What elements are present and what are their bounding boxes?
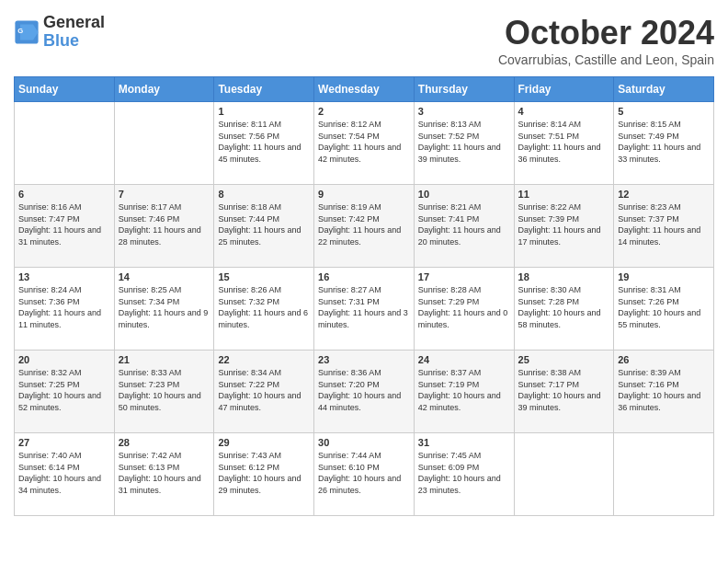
calendar-cell: 8Sunrise: 8:18 AM Sunset: 7:44 PM Daylig…: [214, 185, 314, 268]
calendar-cell: 10Sunrise: 8:21 AM Sunset: 7:41 PM Dayli…: [414, 185, 514, 268]
day-number: 12: [618, 189, 710, 200]
calendar-cell: 30Sunrise: 7:44 AM Sunset: 6:10 PM Dayli…: [314, 433, 415, 516]
day-info: Sunrise: 7:43 AM Sunset: 6:12 PM Dayligh…: [218, 450, 310, 496]
calendar-cell: 14Sunrise: 8:25 AM Sunset: 7:34 PM Dayli…: [114, 268, 214, 350]
calendar-cell: 23Sunrise: 8:36 AM Sunset: 7:20 PM Dayli…: [314, 350, 415, 433]
day-info: Sunrise: 8:17 AM Sunset: 7:46 PM Dayligh…: [119, 201, 210, 247]
calendar-cell: 25Sunrise: 8:38 AM Sunset: 7:17 PM Dayli…: [514, 350, 614, 433]
day-number: 15: [218, 271, 310, 282]
day-number: 27: [18, 437, 110, 448]
calendar-cell: 5Sunrise: 8:15 AM Sunset: 7:49 PM Daylig…: [614, 102, 714, 185]
day-number: 30: [318, 437, 410, 448]
logo-text-blue: Blue: [43, 32, 105, 51]
calendar-body: 1Sunrise: 8:11 AM Sunset: 7:56 PM Daylig…: [15, 102, 714, 516]
day-number: 5: [618, 106, 710, 117]
day-info: Sunrise: 8:14 AM Sunset: 7:51 PM Dayligh…: [518, 119, 610, 165]
weekday-header-sunday: Sunday: [15, 77, 115, 102]
calendar-cell: 11Sunrise: 8:22 AM Sunset: 7:39 PM Dayli…: [514, 185, 614, 268]
day-number: 25: [518, 354, 610, 365]
day-info: Sunrise: 8:21 AM Sunset: 7:41 PM Dayligh…: [418, 201, 510, 247]
day-number: 9: [318, 189, 410, 200]
day-number: 17: [418, 271, 510, 282]
day-number: 16: [318, 271, 410, 282]
calendar-cell: 2Sunrise: 8:12 AM Sunset: 7:54 PM Daylig…: [314, 102, 415, 185]
day-info: Sunrise: 8:25 AM Sunset: 7:34 PM Dayligh…: [119, 284, 210, 330]
calendar-header: SundayMondayTuesdayWednesdayThursdayFrid…: [15, 77, 714, 102]
calendar-table: SundayMondayTuesdayWednesdayThursdayFrid…: [14, 76, 714, 516]
calendar-week-3: 13Sunrise: 8:24 AM Sunset: 7:36 PM Dayli…: [15, 268, 714, 350]
weekday-header-row: SundayMondayTuesdayWednesdayThursdayFrid…: [15, 77, 714, 102]
day-info: Sunrise: 8:15 AM Sunset: 7:49 PM Dayligh…: [618, 119, 710, 165]
day-info: Sunrise: 8:19 AM Sunset: 7:42 PM Dayligh…: [318, 201, 410, 247]
calendar-cell: 22Sunrise: 8:34 AM Sunset: 7:22 PM Dayli…: [214, 350, 314, 433]
calendar-cell: 4Sunrise: 8:14 AM Sunset: 7:51 PM Daylig…: [514, 102, 614, 185]
day-number: 29: [218, 437, 310, 448]
day-info: Sunrise: 8:34 AM Sunset: 7:22 PM Dayligh…: [218, 367, 310, 413]
day-number: 14: [119, 271, 210, 282]
day-info: Sunrise: 8:30 AM Sunset: 7:28 PM Dayligh…: [518, 284, 610, 330]
day-info: Sunrise: 8:32 AM Sunset: 7:25 PM Dayligh…: [18, 367, 110, 413]
calendar-cell: 6Sunrise: 8:16 AM Sunset: 7:47 PM Daylig…: [15, 185, 115, 268]
calendar-cell: 21Sunrise: 8:33 AM Sunset: 7:23 PM Dayli…: [114, 350, 214, 433]
calendar-cell: 17Sunrise: 8:28 AM Sunset: 7:29 PM Dayli…: [414, 268, 514, 350]
day-info: Sunrise: 8:11 AM Sunset: 7:56 PM Dayligh…: [218, 119, 310, 165]
svg-text:G: G: [17, 27, 23, 35]
day-number: 1: [218, 106, 310, 117]
calendar-cell: 24Sunrise: 8:37 AM Sunset: 7:19 PM Dayli…: [414, 350, 514, 433]
day-info: Sunrise: 8:27 AM Sunset: 7:31 PM Dayligh…: [318, 284, 410, 330]
day-number: 28: [119, 437, 210, 448]
month-title: October 2024: [498, 14, 714, 52]
day-number: 7: [119, 189, 210, 200]
day-number: 22: [218, 354, 310, 365]
day-number: 23: [318, 354, 410, 365]
weekday-header-saturday: Saturday: [614, 77, 714, 102]
day-info: Sunrise: 8:23 AM Sunset: 7:37 PM Dayligh…: [618, 201, 710, 247]
day-number: 26: [618, 354, 710, 365]
calendar-cell: 1Sunrise: 8:11 AM Sunset: 7:56 PM Daylig…: [214, 102, 314, 185]
day-number: 3: [418, 106, 510, 117]
weekday-header-tuesday: Tuesday: [214, 77, 314, 102]
location: Covarrubias, Castille and Leon, Spain: [498, 52, 714, 67]
day-number: 13: [18, 271, 110, 282]
calendar-cell: [614, 433, 714, 516]
day-number: 21: [119, 354, 210, 365]
day-number: 2: [318, 106, 410, 117]
day-info: Sunrise: 8:33 AM Sunset: 7:23 PM Dayligh…: [119, 367, 210, 413]
calendar-cell: 13Sunrise: 8:24 AM Sunset: 7:36 PM Dayli…: [15, 268, 115, 350]
calendar-cell: 27Sunrise: 7:40 AM Sunset: 6:14 PM Dayli…: [15, 433, 115, 516]
weekday-header-thursday: Thursday: [414, 77, 514, 102]
page-header: G General Blue October 2024 Covarrubias,…: [14, 14, 714, 67]
calendar-cell: 15Sunrise: 8:26 AM Sunset: 7:32 PM Dayli…: [214, 268, 314, 350]
calendar-cell: 3Sunrise: 8:13 AM Sunset: 7:52 PM Daylig…: [414, 102, 514, 185]
calendar-cell: 9Sunrise: 8:19 AM Sunset: 7:42 PM Daylig…: [314, 185, 415, 268]
day-info: Sunrise: 8:36 AM Sunset: 7:20 PM Dayligh…: [318, 367, 410, 413]
day-info: Sunrise: 8:26 AM Sunset: 7:32 PM Dayligh…: [218, 284, 310, 330]
day-info: Sunrise: 8:38 AM Sunset: 7:17 PM Dayligh…: [518, 367, 610, 413]
day-info: Sunrise: 8:18 AM Sunset: 7:44 PM Dayligh…: [218, 201, 310, 247]
day-info: Sunrise: 8:16 AM Sunset: 7:47 PM Dayligh…: [18, 201, 110, 247]
calendar-cell: 28Sunrise: 7:42 AM Sunset: 6:13 PM Dayli…: [114, 433, 214, 516]
calendar-cell: 31Sunrise: 7:45 AM Sunset: 6:09 PM Dayli…: [414, 433, 514, 516]
weekday-header-monday: Monday: [114, 77, 214, 102]
calendar-cell: 7Sunrise: 8:17 AM Sunset: 7:46 PM Daylig…: [114, 185, 214, 268]
calendar-week-1: 1Sunrise: 8:11 AM Sunset: 7:56 PM Daylig…: [15, 102, 714, 185]
day-number: 10: [418, 189, 510, 200]
calendar-cell: 20Sunrise: 8:32 AM Sunset: 7:25 PM Dayli…: [15, 350, 115, 433]
logo-icon: G: [14, 19, 40, 45]
day-info: Sunrise: 7:42 AM Sunset: 6:13 PM Dayligh…: [119, 450, 210, 496]
calendar-cell: 12Sunrise: 8:23 AM Sunset: 7:37 PM Dayli…: [614, 185, 714, 268]
day-number: 24: [418, 354, 510, 365]
day-number: 4: [518, 106, 610, 117]
calendar-cell: 16Sunrise: 8:27 AM Sunset: 7:31 PM Dayli…: [314, 268, 415, 350]
day-number: 31: [418, 437, 510, 448]
day-info: Sunrise: 8:31 AM Sunset: 7:26 PM Dayligh…: [618, 284, 710, 330]
day-info: Sunrise: 8:24 AM Sunset: 7:36 PM Dayligh…: [18, 284, 110, 330]
title-block: October 2024 Covarrubias, Castille and L…: [498, 14, 714, 67]
day-info: Sunrise: 7:45 AM Sunset: 6:09 PM Dayligh…: [418, 450, 510, 496]
calendar-cell: [114, 102, 214, 185]
calendar-cell: 26Sunrise: 8:39 AM Sunset: 7:16 PM Dayli…: [614, 350, 714, 433]
calendar-cell: 29Sunrise: 7:43 AM Sunset: 6:12 PM Dayli…: [214, 433, 314, 516]
weekday-header-friday: Friday: [514, 77, 614, 102]
day-number: 20: [18, 354, 110, 365]
calendar-week-2: 6Sunrise: 8:16 AM Sunset: 7:47 PM Daylig…: [15, 185, 714, 268]
